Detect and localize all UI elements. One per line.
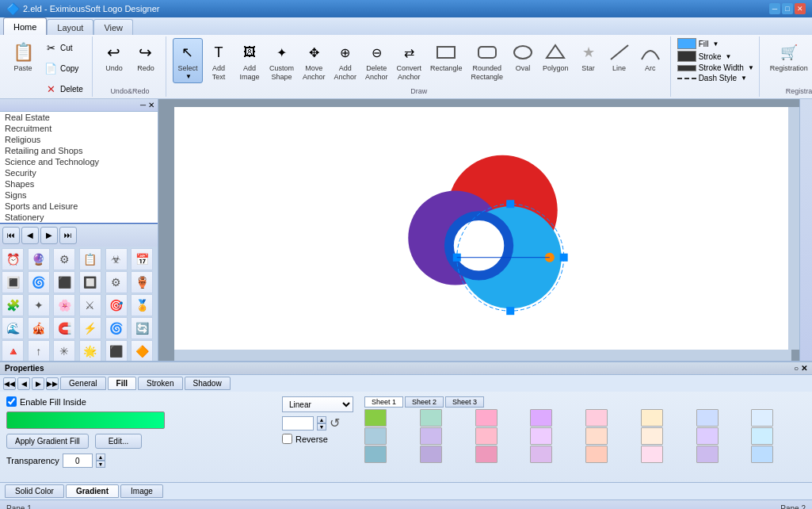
props-close[interactable]: ✕ bbox=[801, 364, 807, 373]
symbol-cell[interactable]: 🔳 bbox=[2, 271, 24, 293]
v-scrollbar[interactable] bbox=[788, 107, 799, 350]
symbol-cell[interactable]: 🔺 bbox=[2, 340, 24, 362]
swatch[interactable] bbox=[696, 409, 719, 427]
swatch[interactable] bbox=[530, 446, 552, 463]
registration-button[interactable]: 🛒 Registration bbox=[766, 38, 812, 76]
enable-fill-checkbox[interactable] bbox=[6, 396, 17, 407]
symbol-cell[interactable]: 🌀 bbox=[28, 271, 50, 293]
props-nav-first[interactable]: ◀◀ bbox=[3, 377, 16, 390]
symbol-cell[interactable]: 🔮 bbox=[28, 248, 50, 270]
tab-general[interactable]: General bbox=[60, 377, 106, 390]
symbol-cell[interactable]: ☣ bbox=[105, 248, 128, 270]
symbol-cell[interactable]: 🌟 bbox=[79, 340, 101, 362]
swatch[interactable] bbox=[530, 427, 552, 445]
transparency-input[interactable] bbox=[63, 454, 93, 468]
symbol-cell[interactable]: 🔄 bbox=[131, 317, 153, 339]
symbol-cell[interactable]: 🎪 bbox=[28, 317, 50, 339]
symbol-cell[interactable]: 📅 bbox=[131, 248, 153, 270]
oval-button[interactable]: Oval bbox=[508, 38, 538, 76]
swatch[interactable] bbox=[475, 446, 497, 463]
canvas-area[interactable] bbox=[158, 99, 799, 361]
swatch[interactable] bbox=[641, 409, 663, 427]
degree-spin-up[interactable]: ▲ bbox=[317, 416, 326, 423]
reverse-checkbox[interactable] bbox=[282, 434, 292, 444]
add-image-button[interactable]: 🖼 AddImage bbox=[234, 38, 265, 85]
edit-btn[interactable]: Edit... bbox=[95, 434, 143, 449]
bottom-tab-image[interactable]: Image bbox=[120, 484, 163, 498]
fill-dropdown[interactable]: ▼ bbox=[712, 40, 719, 48]
minimize-button[interactable]: ─ bbox=[769, 3, 780, 14]
swatch[interactable] bbox=[420, 446, 442, 463]
swatch[interactable] bbox=[364, 427, 387, 445]
swatch[interactable] bbox=[696, 446, 719, 463]
category-item[interactable]: Signs bbox=[0, 189, 158, 201]
swatch-tab-sheet1[interactable]: Sheet 1 bbox=[364, 396, 403, 408]
tab-home[interactable]: Home bbox=[3, 17, 47, 35]
swatch[interactable] bbox=[475, 427, 497, 445]
degree-spin-down[interactable]: ▼ bbox=[317, 423, 326, 431]
category-item[interactable]: Recruitment bbox=[0, 123, 158, 134]
stroke-dropdown[interactable]: ▼ bbox=[726, 53, 732, 60]
tab-view[interactable]: View bbox=[93, 19, 133, 35]
media-first[interactable]: ⏮ bbox=[2, 227, 20, 244]
category-item[interactable]: Stationery bbox=[0, 212, 158, 223]
swatch[interactable] bbox=[585, 427, 608, 445]
symbol-cell[interactable]: ⚙ bbox=[53, 248, 75, 270]
props-nav-prev[interactable]: ◀ bbox=[17, 377, 30, 390]
panel-close[interactable]: ✕ bbox=[148, 101, 154, 109]
media-play[interactable]: ▶ bbox=[40, 227, 58, 244]
delete-anchor-button[interactable]: ⊖ DeleteAnchor bbox=[361, 38, 392, 85]
degree-input[interactable]: 0 bbox=[282, 416, 314, 431]
swatch[interactable] bbox=[641, 427, 663, 445]
category-item[interactable]: Religious bbox=[0, 134, 158, 145]
maximize-button[interactable]: □ bbox=[782, 3, 793, 14]
gradient-type-select[interactable]: Linear bbox=[282, 396, 353, 412]
category-item[interactable]: Security bbox=[0, 167, 158, 178]
stroke-width-dropdown[interactable]: ▼ bbox=[748, 64, 754, 71]
symbol-cell[interactable]: 🎯 bbox=[105, 294, 128, 316]
add-text-button[interactable]: T AddText bbox=[204, 38, 234, 85]
trans-spin-down[interactable]: ▼ bbox=[96, 461, 105, 468]
rounded-rect-button[interactable]: RoundedRectangle bbox=[467, 38, 508, 85]
swatch[interactable] bbox=[475, 409, 497, 427]
symbol-cell[interactable]: ✦ bbox=[28, 294, 50, 316]
swatch[interactable] bbox=[751, 446, 773, 463]
swatch-tab-sheet2[interactable]: Sheet 2 bbox=[405, 396, 444, 408]
delete-button[interactable]: ✕ Delete bbox=[40, 79, 87, 98]
swatch[interactable] bbox=[585, 409, 608, 427]
trans-spin-up[interactable]: ▲ bbox=[96, 454, 105, 461]
swatch[interactable] bbox=[696, 427, 719, 445]
arc-button[interactable]: Arc bbox=[635, 38, 665, 76]
category-item[interactable]: Real Estate bbox=[0, 112, 158, 123]
bottom-tab-solid[interactable]: Solid Color bbox=[5, 484, 64, 498]
symbol-cell[interactable]: ↑ bbox=[28, 340, 50, 362]
move-anchor-button[interactable]: ✥ MoveAnchor bbox=[299, 38, 330, 85]
symbol-cell[interactable]: ✳ bbox=[53, 340, 75, 362]
symbol-cell[interactable]: 🔲 bbox=[79, 271, 101, 293]
symbol-cell[interactable]: 🔶 bbox=[131, 340, 153, 362]
category-item[interactable]: Science and Technology bbox=[0, 156, 158, 167]
swatch[interactable] bbox=[751, 427, 773, 445]
swatch[interactable] bbox=[530, 409, 552, 427]
category-item[interactable]: Shapes bbox=[0, 178, 158, 189]
bottom-tab-gradient[interactable]: Gradient bbox=[66, 484, 119, 498]
symbol-cell[interactable]: 🧩 bbox=[2, 294, 24, 316]
symbol-cell[interactable]: ⚡ bbox=[79, 317, 101, 339]
dash-dropdown[interactable]: ▼ bbox=[741, 75, 747, 82]
symbol-cell[interactable]: ⬛ bbox=[105, 340, 128, 362]
props-minimize[interactable]: ○ bbox=[794, 364, 799, 373]
swatch[interactable] bbox=[751, 409, 773, 427]
symbol-cell[interactable]: ⚔ bbox=[79, 294, 101, 316]
swatch-tab-sheet3[interactable]: Sheet 3 bbox=[445, 396, 484, 408]
convert-anchor-button[interactable]: ⇄ ConvertAnchor bbox=[393, 38, 426, 85]
props-nav-last[interactable]: ▶▶ bbox=[46, 377, 59, 390]
swatch[interactable] bbox=[420, 409, 442, 427]
props-nav-next[interactable]: ▶ bbox=[32, 377, 44, 390]
copy-button[interactable]: 📄 Copy bbox=[40, 59, 87, 78]
redo-button[interactable]: ↪ Redo bbox=[131, 38, 161, 76]
category-item[interactable]: Retailing and Shops bbox=[0, 145, 158, 156]
tab-fill[interactable]: Fill bbox=[108, 377, 136, 390]
panel-minimize[interactable]: ─ bbox=[140, 101, 146, 109]
h-scrollbar[interactable] bbox=[174, 350, 791, 361]
symbol-cell[interactable]: ⚙ bbox=[105, 271, 128, 293]
